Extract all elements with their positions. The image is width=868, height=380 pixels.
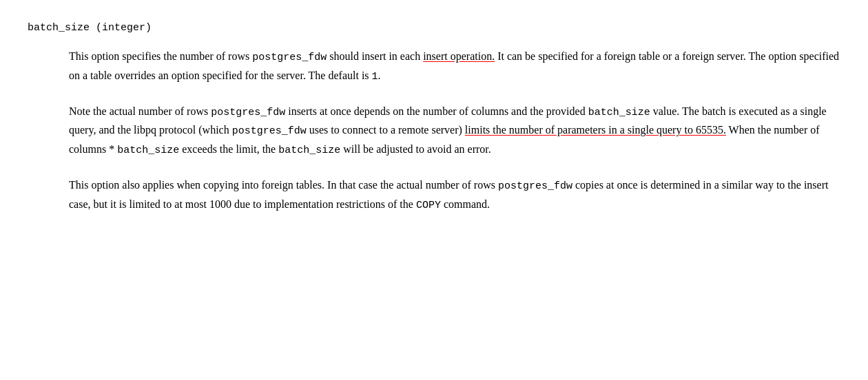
- p2-text-6: exceeds the limit, the: [179, 143, 278, 155]
- paragraph-1: This option specifies the number of rows…: [69, 48, 840, 86]
- p1-text-1: This option specifies the number of rows: [69, 50, 252, 62]
- p1-code-2: 1: [372, 71, 378, 83]
- p2-underline-1: limits the number of parameters in a sin…: [465, 124, 726, 136]
- p2-code-1: postgres_fdw: [211, 107, 285, 118]
- p3-text-1: This option also applies when copying in…: [69, 179, 498, 191]
- p1-text-4: .: [378, 70, 381, 81]
- paragraph-2: Note the actual number of rows postgres_…: [69, 103, 840, 160]
- p3-code-1: postgres_fdw: [498, 180, 572, 192]
- paragraph-1-text: This option specifies the number of rows…: [69, 48, 840, 86]
- p1-code-1: postgres_fdw: [252, 52, 327, 63]
- section-title: batch_size (integer): [28, 21, 840, 34]
- paragraph-3: This option also applies when copying in…: [69, 176, 840, 215]
- p2-code-4: batch_size: [117, 145, 179, 156]
- p2-code-5: batch_size: [278, 145, 340, 156]
- section-title-code: batch_size (integer): [28, 22, 152, 34]
- paragraph-2-text: Note the actual number of rows postgres_…: [69, 103, 840, 160]
- p2-text-4: uses to connect to a remote server): [307, 124, 465, 136]
- p2-text-7: will be adjusted to avoid an error.: [340, 143, 491, 155]
- p3-code-2: COPY: [416, 200, 441, 211]
- p3-text-3: command.: [441, 198, 490, 210]
- p1-underline-1: insert operation.: [423, 50, 495, 62]
- p2-code-3: postgres_fdw: [232, 125, 307, 137]
- p1-text-2: should insert in each: [327, 50, 423, 62]
- p2-code-2: batch_size: [588, 107, 650, 118]
- p2-text-2: inserts at once depends on the number of…: [285, 105, 588, 117]
- p2-text-1: Note the actual number of rows: [69, 105, 211, 117]
- page-container: batch_size (integer) This option specifi…: [28, 21, 840, 214]
- paragraph-3-text: This option also applies when copying in…: [69, 176, 840, 215]
